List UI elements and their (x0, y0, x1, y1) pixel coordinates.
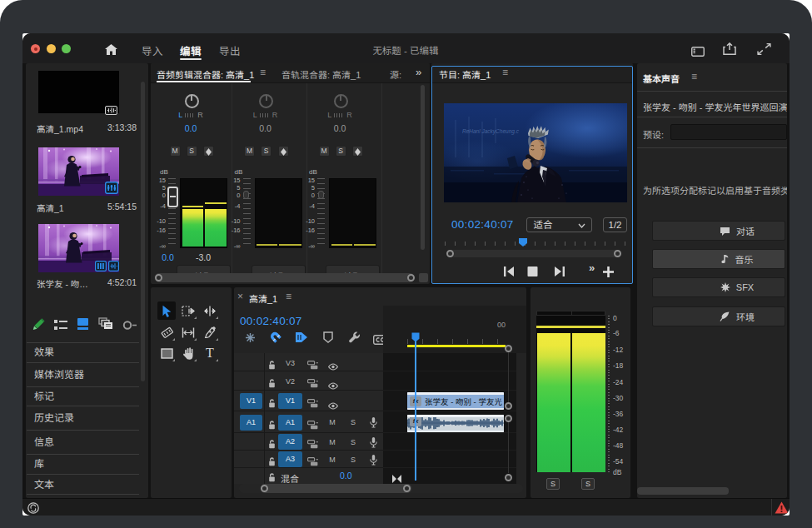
zoom-handle-right[interactable] (403, 485, 411, 492)
audio-tracks-scrollbar[interactable] (508, 418, 510, 473)
track-visibility-eye-icon[interactable] (328, 378, 338, 393)
track-visibility-eye-icon[interactable] (328, 398, 338, 413)
pan-value[interactable]: 0.0 (174, 123, 207, 133)
track-content-mix[interactable] (383, 468, 516, 484)
track-lock-icon[interactable] (268, 396, 276, 411)
preset-input[interactable] (670, 124, 787, 140)
tab-edit[interactable]: 编辑 (180, 42, 202, 58)
tab-overflow-chevron-icon[interactable]: » (416, 66, 421, 78)
sync-lock-icon[interactable] (307, 396, 318, 411)
scrollbar-handle-right[interactable] (407, 274, 415, 281)
timeline-settings-wrench-icon[interactable] (348, 331, 361, 347)
mixer-horizontal-scrollbar[interactable] (154, 273, 416, 282)
zoom-window-button[interactable] (62, 44, 71, 53)
sidebar-item-libraries[interactable]: 库 (27, 454, 139, 474)
video-tracks-scrollbar[interactable] (508, 348, 510, 406)
media-item-row[interactable]: 高清_1 5:54:15 (37, 202, 137, 214)
tab-source-monitor[interactable]: 源: (390, 67, 401, 81)
track-name-v2[interactable]: V2 (278, 377, 302, 386)
mute-button[interactable]: M (319, 146, 330, 157)
volume-fader[interactable] (318, 191, 324, 199)
stop-button[interactable] (527, 266, 538, 276)
scrollbar-handle-left[interactable] (155, 274, 162, 281)
playback-resolution-dropdown[interactable]: 1/2 (603, 217, 627, 232)
rectangle-tool[interactable] (157, 344, 176, 362)
list-view-icon[interactable] (54, 319, 67, 334)
source-patch-audio[interactable]: A1 (240, 415, 262, 431)
program-timecode[interactable]: 00:02:40:07 (451, 218, 514, 231)
stacked-panels-icon[interactable] (98, 317, 113, 333)
creative-cloud-icon[interactable] (27, 502, 39, 516)
pan-knob[interactable] (185, 94, 199, 108)
program-video-frame[interactable]: ReHanl JackyCheung.c (444, 103, 627, 202)
pan-value[interactable]: 0.0 (323, 123, 356, 133)
voiceover-mic-icon[interactable] (370, 454, 377, 469)
audio-type-sfx-button[interactable]: SFX (652, 277, 785, 297)
volume-fader[interactable] (167, 187, 178, 207)
track-content-a2[interactable] (383, 433, 516, 451)
panel-menu-icon[interactable]: ≡ (260, 67, 266, 78)
step-forward-button[interactable] (554, 266, 565, 276)
mix-track-value[interactable]: 0.0 (340, 471, 352, 481)
track-name-a1[interactable]: A1 (278, 415, 302, 431)
quick-export-icon[interactable] (723, 42, 736, 58)
ripple-edit-tool[interactable] (201, 301, 219, 320)
track-select-forward-tool[interactable] (179, 301, 197, 320)
minimize-window-button[interactable] (47, 44, 56, 53)
track-name-a3[interactable]: A3 (278, 451, 302, 467)
program-playhead[interactable] (518, 237, 528, 247)
tab-essential-sound[interactable]: 基本声音 (643, 72, 680, 85)
timeline-horizontal-scrollbar[interactable] (239, 484, 523, 493)
program-mini-ruler[interactable] (445, 242, 627, 246)
track-solo-button[interactable]: S (349, 418, 357, 426)
video-clip[interactable]: fx 张学友 - 吻别 - 学友光 (407, 392, 504, 410)
media-thumbnail-concert-2[interactable] (38, 224, 119, 272)
timeline-playhead[interactable] (411, 332, 420, 342)
pen-tool[interactable] (201, 323, 219, 341)
solo-button[interactable]: S (336, 146, 346, 157)
audio-type-music-button[interactable]: 音乐 (652, 249, 785, 269)
add-marker-icon[interactable] (323, 331, 333, 346)
track-mute-button[interactable]: M (328, 418, 336, 426)
sidebar-item-history[interactable]: 历史记录 (27, 406, 139, 430)
timeline-timecode[interactable]: 00:02:40:07 (240, 315, 302, 327)
sidebar-item-markers[interactable]: 标记 (27, 386, 139, 406)
workspace-layout-icon[interactable] (691, 45, 705, 60)
snap-magnet-icon[interactable] (270, 331, 282, 347)
zoombar-handle-left[interactable] (446, 250, 454, 257)
audio-clip[interactable]: fx (407, 415, 504, 432)
transport-overflow-chevron[interactable]: » (589, 262, 595, 274)
track-lock-icon[interactable] (268, 376, 276, 391)
panel-menu-icon[interactable]: ≡ (286, 291, 291, 302)
track-solo-button[interactable]: S (349, 456, 357, 464)
pan-knob[interactable] (334, 94, 348, 108)
scroll-ring[interactable] (505, 402, 512, 410)
sidebar-item-text[interactable]: 文本 (27, 474, 139, 495)
audio-type-dialogue-button[interactable]: 对话 (652, 221, 785, 241)
mixer-vertical-scrollbar[interactable] (421, 85, 425, 250)
fullscreen-icon[interactable] (757, 43, 771, 58)
volume-fader[interactable] (243, 191, 249, 199)
track-solo-button[interactable]: S (349, 438, 357, 446)
panel-menu-icon[interactable]: ≡ (502, 67, 508, 78)
keyframe-toggle-button[interactable] (203, 146, 214, 157)
track-lock-icon[interactable] (268, 437, 276, 452)
track-content-v3[interactable] (383, 353, 516, 371)
step-back-button[interactable] (503, 266, 515, 276)
solo-button[interactable]: S (261, 146, 271, 157)
media-item-row[interactable]: 高清_1.mp4 3:13:38 (37, 122, 137, 135)
source-patch-video[interactable]: V1 (240, 393, 262, 409)
type-tool[interactable]: T (201, 344, 219, 362)
scroll-ring[interactable] (505, 474, 512, 481)
linked-selection-icon[interactable] (295, 331, 308, 346)
track-lock-icon[interactable] (268, 418, 276, 433)
scroll-ring[interactable] (505, 415, 512, 422)
pan-knob[interactable] (259, 94, 273, 108)
tab-sequence[interactable]: 高清_1 (249, 291, 277, 305)
edit-pencil-icon[interactable] (32, 318, 45, 334)
sync-lock-icon[interactable] (307, 455, 318, 470)
nest-sequence-icon[interactable] (245, 331, 256, 346)
tab-import[interactable]: 导入 (142, 42, 163, 58)
track-name-a2[interactable]: A2 (278, 434, 302, 450)
track-mute-button[interactable]: M (328, 456, 336, 464)
